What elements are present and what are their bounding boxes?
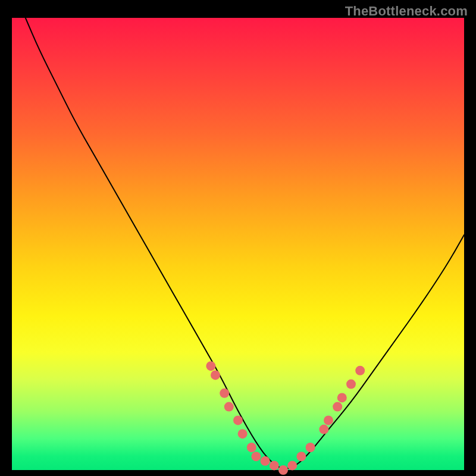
cluster-dot	[337, 393, 347, 402]
dot-cluster	[206, 361, 365, 475]
cluster-dot	[270, 461, 279, 470]
cluster-dot	[324, 415, 333, 425]
bottleneck-curve	[26, 18, 464, 468]
cluster-dot	[206, 361, 215, 371]
cluster-dot	[319, 425, 328, 434]
chart-frame: TheBottleneck.com	[0, 0, 476, 476]
watermark-text: TheBottleneck.com	[345, 4, 468, 19]
cluster-dot	[261, 456, 270, 466]
curve-svg	[12, 18, 464, 470]
cluster-dot	[211, 370, 220, 380]
cluster-dot	[224, 402, 234, 412]
cluster-dot	[220, 389, 229, 398]
plot-area	[12, 18, 464, 470]
cluster-dot	[296, 452, 306, 461]
cluster-dot	[333, 402, 342, 412]
cluster-dot	[278, 465, 288, 475]
cluster-dot	[346, 380, 356, 389]
cluster-dot	[251, 452, 261, 461]
cluster-dot	[233, 415, 243, 425]
cluster-dot	[355, 366, 365, 375]
cluster-dot	[287, 461, 297, 470]
cluster-dot	[247, 443, 256, 452]
cluster-dot	[306, 443, 315, 452]
cluster-dot	[238, 429, 248, 439]
